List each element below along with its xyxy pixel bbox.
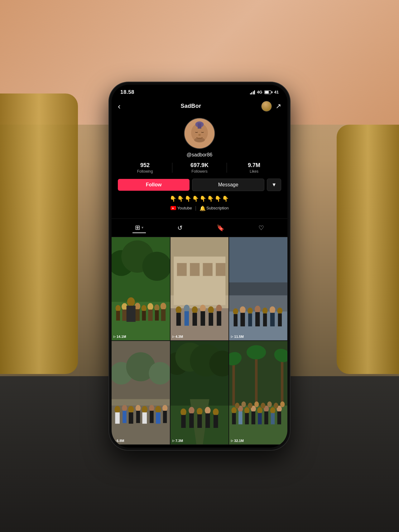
svg-point-82 <box>142 406 147 413</box>
svg-point-137 <box>267 401 272 407</box>
svg-point-80 <box>136 405 141 412</box>
subscription-link[interactable]: 🔔 Subscription <box>200 205 229 211</box>
view-count-text-5: 7.3M <box>175 439 183 443</box>
play-icon-5: ▷ <box>172 439 175 442</box>
svg-point-22 <box>147 303 153 310</box>
tab-liked-icon: ♡ <box>258 224 264 232</box>
video-thumb-2[interactable]: ▷ 4.3M <box>171 237 229 341</box>
battery-icon <box>264 90 272 94</box>
svg-rect-75 <box>115 413 120 424</box>
message-button[interactable]: Message <box>192 179 264 191</box>
svg-point-139 <box>280 401 285 407</box>
followers-label: Followers <box>191 169 207 174</box>
svg-rect-57 <box>241 313 245 326</box>
video-thumb-1[interactable]: ▷ 14.1M <box>112 237 170 341</box>
svg-rect-15 <box>122 309 127 321</box>
svg-point-132 <box>235 403 240 409</box>
tab-repost[interactable]: ↺ <box>175 223 185 233</box>
svg-rect-41 <box>184 311 189 326</box>
svg-rect-59 <box>248 313 252 326</box>
svg-rect-67 <box>278 313 282 326</box>
phone-case: 18.58 4G 41 <box>109 82 290 450</box>
svg-rect-87 <box>156 413 161 424</box>
video-5-views: ▷ 7.3M <box>172 439 183 443</box>
share-button[interactable]: ↗ <box>276 102 281 110</box>
svg-point-5 <box>194 137 205 142</box>
stat-following: 952 Following <box>118 162 172 174</box>
svg-point-46 <box>208 306 214 313</box>
svg-point-124 <box>257 407 263 414</box>
svg-rect-25 <box>155 310 159 320</box>
svg-point-28 <box>127 297 135 306</box>
follow-button[interactable]: Follow <box>118 179 190 191</box>
nav-actions: ↗ <box>261 101 281 112</box>
video-thumb-5[interactable]: ▷ 7.3M <box>171 341 229 444</box>
tab-saved[interactable]: 🔖 <box>214 223 227 233</box>
following-label: Following <box>137 169 153 174</box>
phone-notch <box>179 85 220 95</box>
svg-rect-123 <box>252 411 255 424</box>
svg-point-26 <box>161 303 166 310</box>
svg-point-74 <box>114 406 120 413</box>
svg-point-4 <box>198 134 201 136</box>
status-right-icons: 4G 41 <box>250 90 279 94</box>
svg-point-60 <box>255 305 261 313</box>
battery-tip <box>272 91 272 93</box>
svg-point-58 <box>248 308 253 314</box>
svg-point-128 <box>270 407 276 414</box>
svg-rect-104 <box>205 414 210 428</box>
followers-count: 697.9K <box>190 162 209 169</box>
nav-avatar-small[interactable] <box>261 101 272 112</box>
svg-point-24 <box>154 304 160 311</box>
svg-rect-61 <box>255 312 260 326</box>
svg-rect-3 <box>198 123 201 128</box>
svg-rect-27 <box>161 309 166 321</box>
youtube-link[interactable]: Youtube <box>171 206 192 210</box>
svg-rect-21 <box>142 311 146 320</box>
screen-content[interactable]: ‹ SadBor ↗ <box>112 98 287 445</box>
video-thumb-3[interactable]: ▷ 11.5M <box>229 237 287 341</box>
svg-rect-113 <box>255 354 257 406</box>
more-options-button[interactable]: ▼ <box>267 179 281 191</box>
svg-rect-13 <box>116 311 120 320</box>
profile-section: @sadbor86 952 Following 697.9K Followers <box>112 115 287 218</box>
svg-point-56 <box>240 306 246 313</box>
avatar[interactable] <box>184 118 215 149</box>
svg-rect-34 <box>190 263 200 276</box>
svg-rect-43 <box>192 313 197 325</box>
svg-rect-129 <box>271 413 275 424</box>
stat-followers: 697.9K Followers <box>172 162 227 174</box>
back-button[interactable]: ‹ <box>118 102 121 110</box>
video-grid: ▷ 14.1M <box>112 237 287 445</box>
play-icon-4: ▷ <box>113 439 116 442</box>
svg-rect-111 <box>281 357 283 406</box>
svg-rect-55 <box>234 314 238 326</box>
status-time: 18.58 <box>120 89 134 95</box>
svg-rect-106 <box>214 415 218 428</box>
svg-rect-102 <box>197 415 202 428</box>
video-thumb-4[interactable]: ▷ 6.8M <box>112 341 170 444</box>
action-buttons: Follow Message ▼ <box>118 179 281 191</box>
svg-rect-23 <box>148 309 153 321</box>
svg-rect-127 <box>264 411 268 424</box>
play-icon-2: ▷ <box>172 335 175 338</box>
signal-bar-2 <box>251 92 252 94</box>
tab-videos[interactable]: ⊞ ▾ <box>132 223 146 233</box>
svg-point-86 <box>155 406 161 413</box>
svg-rect-65 <box>270 313 275 326</box>
battery-body <box>264 90 271 94</box>
profile-username-header: SadBor <box>180 103 201 109</box>
tab-dropdown-icon: ▾ <box>142 225 143 230</box>
video-3-views: ▷ 11.5M <box>231 335 244 338</box>
avatar-image <box>185 118 214 149</box>
svg-point-54 <box>233 308 238 315</box>
svg-point-78 <box>128 406 134 413</box>
svg-rect-36 <box>216 263 225 276</box>
svg-point-88 <box>162 405 168 412</box>
svg-point-62 <box>262 308 268 314</box>
tab-liked[interactable]: ♡ <box>256 223 267 233</box>
svg-point-84 <box>149 405 154 412</box>
video-thumb-6[interactable]: ▷ 32.1M <box>229 341 287 444</box>
phone-screen: 18.58 4G 41 <box>112 85 287 448</box>
svg-rect-89 <box>163 411 167 423</box>
